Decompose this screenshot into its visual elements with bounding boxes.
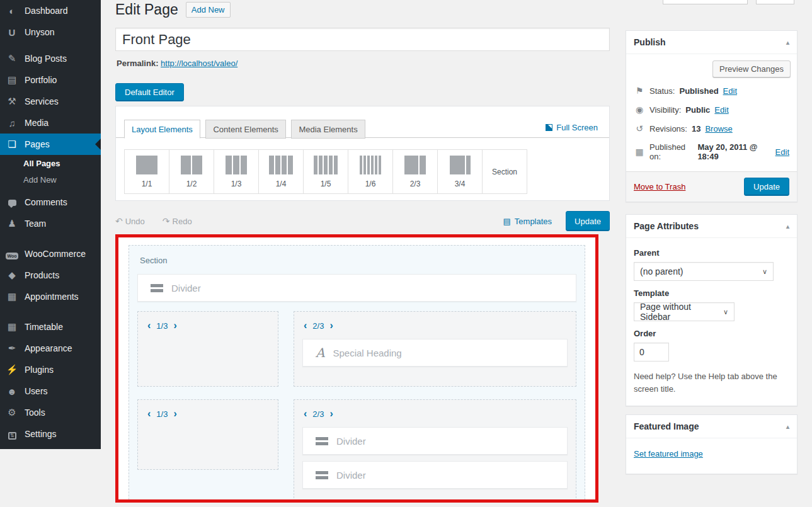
sidebar-item-label: Plugins xyxy=(25,365,54,375)
sidebar-item-woocommerce[interactable]: Woo WooCommerce xyxy=(0,243,101,265)
chevron-left-icon[interactable]: ‹ xyxy=(147,321,151,331)
column-1-3[interactable]: ‹ 1/3 › xyxy=(137,311,278,387)
move-to-trash-link[interactable]: Move to Trash xyxy=(634,182,685,191)
chevron-right-icon[interactable]: › xyxy=(173,409,176,419)
edit-visibility-link[interactable]: Edit xyxy=(714,105,728,115)
sidebar-item-dashboard[interactable]: ◐ Dashboard xyxy=(0,0,101,21)
layout-cell-2-3[interactable]: 2/3 xyxy=(392,149,438,194)
chevron-right-icon[interactable]: › xyxy=(329,321,333,331)
sidebar-item-team[interactable]: ♟ Team xyxy=(0,213,101,234)
layout-cell-1-3[interactable]: 1/3 xyxy=(214,149,259,194)
permalink-link[interactable]: http://localhost/valeo/ xyxy=(161,59,237,68)
sidebar-item-label: Products xyxy=(25,270,59,280)
section-block[interactable]: Section Divider ‹ 1/3 › ‹ 2/3 xyxy=(129,245,585,503)
sidebar-item-appearance[interactable]: ✒ Appearance xyxy=(0,338,101,359)
redo-icon: ↷ xyxy=(163,216,170,226)
update-button[interactable]: Update xyxy=(744,178,789,196)
chevron-left-icon[interactable]: ‹ xyxy=(304,409,307,419)
chevron-left-icon[interactable]: ‹ xyxy=(147,409,151,419)
preview-changes-button[interactable]: Preview Changes xyxy=(712,60,791,77)
special-heading-block[interactable]: A Special Heading xyxy=(302,339,568,367)
sidebar-item-services[interactable]: ⚒ Services xyxy=(0,91,101,112)
set-featured-image-link[interactable]: Set featured image xyxy=(634,449,703,459)
columns-1-3-icon xyxy=(226,156,247,174)
edit-date-link[interactable]: Edit xyxy=(775,147,789,157)
help-tab[interactable]: Help xyxy=(756,0,794,4)
tab-layout-elements[interactable]: Layout Elements xyxy=(124,120,200,139)
edit-status-link[interactable]: Edit xyxy=(723,86,737,96)
templates-icon: ▤ xyxy=(503,217,511,226)
sidebar-item-pages[interactable]: ❏ Pages xyxy=(0,134,101,155)
layout-cell-1-6[interactable]: 1/6 xyxy=(348,149,393,194)
column-1-3[interactable]: ‹ 1/3 › xyxy=(137,399,278,470)
browse-revisions-link[interactable]: Browse xyxy=(705,124,732,134)
chevron-left-icon[interactable]: ‹ xyxy=(304,321,307,331)
sidebar-item-tools[interactable]: ⚙ Tools xyxy=(0,402,101,423)
columns-3-4-icon xyxy=(450,156,471,174)
person-icon: ♟ xyxy=(6,218,18,229)
layout-cell-1-4[interactable]: 1/4 xyxy=(258,149,304,194)
collapse-icon[interactable]: ▴ xyxy=(786,423,789,430)
cube-icon: ◆ xyxy=(6,270,18,281)
sidebar-item-blog-posts[interactable]: ✎ Blog Posts xyxy=(0,48,101,69)
builder-update-button[interactable]: Update xyxy=(566,211,610,231)
template-label: Template xyxy=(634,288,789,298)
sidebar-item-comments[interactable]: Comments xyxy=(0,191,101,213)
layout-elements-grid: 1/1 1/2 1/3 1/4 1/5 1/6 xyxy=(125,149,527,194)
layout-cell-1-1[interactable]: 1/1 xyxy=(124,149,169,194)
featured-image-header[interactable]: Featured Image ▴ xyxy=(626,415,797,438)
tab-media-elements[interactable]: Media Elements xyxy=(291,120,365,139)
column-size-label: 1/3 xyxy=(156,321,168,331)
pages-icon: ❏ xyxy=(6,139,18,150)
order-input[interactable] xyxy=(634,343,669,362)
chevron-right-icon[interactable]: › xyxy=(329,409,333,419)
sidebar-subitem-all-pages[interactable]: All Pages xyxy=(0,155,101,171)
sidebar-subitem-add-new[interactable]: Add New xyxy=(0,171,101,188)
sidebar-item-media[interactable]: ♫ Media xyxy=(0,112,101,134)
page-attributes-header[interactable]: Page Attributes ▴ xyxy=(626,215,797,238)
sidebar-item-appointments[interactable]: ▦ Appointments xyxy=(0,286,101,307)
column-2-3[interactable]: ‹ 2/3 › A Special Heading xyxy=(294,311,576,387)
sidebar-item-settings[interactable]: ⇅ Settings xyxy=(0,423,101,445)
screen-options-tab[interactable]: Screen Options xyxy=(663,0,748,4)
settings-icon: ⇅ xyxy=(6,428,18,440)
media-icon: ♫ xyxy=(6,118,18,128)
chevron-right-icon[interactable]: › xyxy=(173,321,176,331)
woocommerce-icon: Woo xyxy=(6,249,18,259)
builder-canvas-highlight: Section Divider ‹ 1/3 › ‹ 2/3 xyxy=(115,234,598,503)
layout-cell-section[interactable]: Section xyxy=(482,149,527,194)
pin-icon: ⚑ xyxy=(634,86,645,96)
add-new-button[interactable]: Add New xyxy=(186,2,231,18)
sidebar-item-plugins[interactable]: ⚡ Plugins xyxy=(0,359,101,380)
post-title-input[interactable] xyxy=(115,28,610,51)
full-screen-button[interactable]: Full Screen xyxy=(546,123,598,132)
template-select[interactable]: Page without Sidebar ∨ xyxy=(634,302,735,321)
tab-content-elements[interactable]: Content Elements xyxy=(205,120,285,139)
redo-button[interactable]: ↷Redo xyxy=(163,216,192,226)
help-text: Need help? Use the Help tab above the sc… xyxy=(634,370,785,396)
builder-toolbar: ↶Undo ↷Redo ▤ Templates Update xyxy=(115,210,610,232)
templates-button[interactable]: ▤ Templates xyxy=(503,217,552,226)
divider-block[interactable]: Divider xyxy=(302,461,568,489)
sidebar-item-products[interactable]: ◆ Products xyxy=(0,265,101,286)
publish-header[interactable]: Publish ▴ xyxy=(626,31,797,54)
sidebar-item-unyson[interactable]: U Unyson xyxy=(0,21,101,43)
collapse-icon[interactable]: ▴ xyxy=(786,223,789,230)
collapse-icon[interactable]: ▴ xyxy=(786,39,789,46)
divider-block[interactable]: Divider xyxy=(137,274,576,302)
default-editor-button[interactable]: Default Editor xyxy=(115,83,184,101)
layout-cell-1-5[interactable]: 1/5 xyxy=(303,149,348,194)
layout-cell-1-2[interactable]: 1/2 xyxy=(169,149,214,194)
parent-select[interactable]: (no parent) ∨ xyxy=(634,262,774,281)
sidebar-item-portfolio[interactable]: ▤ Portfolio xyxy=(0,69,101,91)
wrench-icon: ⚙ xyxy=(6,407,18,418)
undo-button[interactable]: ↶Undo xyxy=(115,216,145,226)
column-2-3[interactable]: ‹ 2/3 › Divider Divider xyxy=(294,399,576,503)
sidebar-item-users[interactable]: ☻ Users xyxy=(0,380,101,402)
sidebar-item-timetable[interactable]: ▦ Timetable xyxy=(0,316,101,338)
revisions-row: ↺ Revisions: 13 Browse xyxy=(634,123,789,134)
layout-cell-3-4[interactable]: 3/4 xyxy=(437,149,483,194)
sidebar-item-label: Portfolio xyxy=(25,75,57,85)
status-row: ⚑ Status: Published Edit xyxy=(634,86,789,96)
divider-block[interactable]: Divider xyxy=(302,427,568,455)
